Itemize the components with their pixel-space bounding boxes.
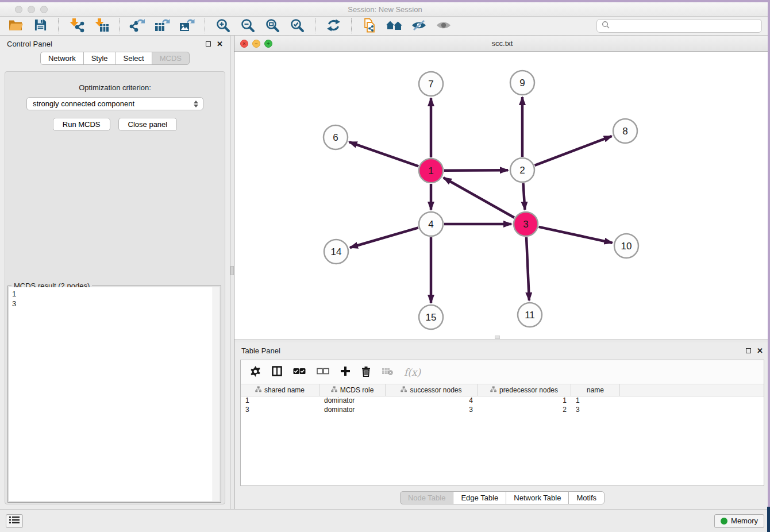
- session-list-button[interactable]: [6, 514, 23, 528]
- network-zoom-icon[interactable]: +: [264, 40, 272, 48]
- status-bar: Memory: [0, 509, 770, 532]
- mcds-result-item[interactable]: 1: [12, 289, 210, 299]
- close-panel-button[interactable]: Close panel: [118, 118, 178, 131]
- mcds-result-list[interactable]: 13: [9, 287, 213, 501]
- table-cell[interactable]: 3: [386, 406, 478, 415]
- add-row-button[interactable]: [340, 364, 351, 381]
- column-header-name[interactable]: name: [571, 384, 620, 396]
- zoom-selected-icon: [290, 18, 305, 34]
- deselect-all-button[interactable]: [317, 364, 329, 381]
- table-cell[interactable]: 4: [386, 396, 478, 406]
- minimize-window-icon[interactable]: [28, 6, 35, 13]
- column-header-successor-nodes[interactable]: successor nodes: [386, 384, 478, 396]
- save-session-button[interactable]: [30, 17, 50, 34]
- tab-network-table[interactable]: Network Table: [506, 491, 569, 504]
- clone-network-button[interactable]: [360, 17, 379, 34]
- table-cell[interactable]: 3: [241, 406, 319, 415]
- plus-icon: [340, 366, 351, 378]
- export-table-button[interactable]: [152, 17, 172, 34]
- graph-edge-1-2[interactable]: [444, 170, 508, 171]
- table-cell[interactable]: dominator: [319, 396, 386, 406]
- search-field[interactable]: [596, 19, 762, 33]
- network-titlebar: × − + scc.txt: [234, 36, 770, 52]
- graph-edge-2-8[interactable]: [535, 136, 612, 165]
- main-area: Control Panel ✕ NetworkStyleSelectMCDS O…: [0, 36, 770, 509]
- delete-row-button[interactable]: [361, 364, 371, 381]
- zoom-out-button[interactable]: [238, 17, 257, 34]
- tab-node-table[interactable]: Node Table: [400, 491, 454, 504]
- canvas-grip[interactable]: [495, 336, 500, 339]
- function-builder-button[interactable]: f(x): [404, 364, 421, 381]
- refresh-icon: [326, 18, 341, 34]
- close-window-icon[interactable]: [15, 6, 22, 13]
- graph-edge-3-10[interactable]: [538, 227, 612, 243]
- tab-style[interactable]: Style: [83, 52, 116, 65]
- graph-edge-3-1[interactable]: [444, 178, 514, 217]
- delete-table-button[interactable]: [382, 364, 393, 381]
- graph-node-label: 4: [428, 219, 433, 230]
- control-panel-tabs: NetworkStyleSelectMCDS: [0, 52, 230, 65]
- graph-edge-4-14[interactable]: [350, 228, 418, 248]
- open-file-button[interactable]: [6, 17, 25, 34]
- table-row[interactable]: 1dominator411: [241, 396, 764, 406]
- tab-select[interactable]: Select: [116, 52, 152, 65]
- table-cell[interactable]: 2: [478, 406, 571, 415]
- unchecked-boxes-icon: [317, 368, 329, 376]
- mcds-result-item[interactable]: 3: [12, 299, 210, 309]
- column-header-predecessor-nodes[interactable]: predecessor nodes: [478, 384, 571, 396]
- tab-mcds[interactable]: MCDS: [152, 52, 190, 65]
- network-minimize-icon[interactable]: −: [252, 40, 260, 48]
- first-neighbors-button[interactable]: [384, 17, 404, 34]
- column-header-mcds-role[interactable]: MCDS role: [319, 384, 386, 396]
- network-close-icon[interactable]: ×: [240, 40, 248, 48]
- graph-node-label: 10: [621, 241, 632, 252]
- table-cell[interactable]: 1: [241, 396, 319, 406]
- toolbar-separator: [351, 18, 352, 33]
- show-all-button[interactable]: [434, 17, 453, 34]
- search-input[interactable]: [613, 22, 757, 30]
- attribute-icon: [255, 386, 261, 394]
- splitter-grip[interactable]: [230, 266, 234, 275]
- desktop-edge-right: [768, 0, 770, 507]
- run-mcds-button[interactable]: Run MCDS: [53, 118, 110, 131]
- table-row[interactable]: 3dominator323: [241, 406, 764, 415]
- graph-edge-2-3[interactable]: [523, 183, 525, 210]
- close-table-panel-icon[interactable]: ✕: [757, 347, 763, 354]
- table-cell[interactable]: 1: [478, 396, 571, 406]
- vertical-splitter[interactable]: [230, 36, 234, 509]
- tab-motifs[interactable]: Motifs: [568, 491, 605, 504]
- result-scrollbar[interactable]: [213, 287, 220, 501]
- float-table-panel-icon[interactable]: [746, 348, 751, 353]
- column-header-shared-name[interactable]: shared name: [241, 384, 319, 396]
- refresh-layout-button[interactable]: [324, 17, 343, 34]
- hide-selected-button[interactable]: [409, 17, 429, 34]
- attribute-icon: [401, 386, 407, 394]
- tab-edge-table[interactable]: Edge Table: [453, 491, 506, 504]
- table-settings-button[interactable]: [250, 364, 261, 381]
- import-table-button[interactable]: [91, 17, 111, 34]
- network-graph[interactable]: 7968124314101511: [234, 52, 770, 340]
- zoom-in-button[interactable]: [213, 17, 233, 34]
- table-panel-title: Table Panel: [241, 346, 280, 355]
- export-image-button[interactable]: [177, 17, 197, 34]
- float-panel-icon[interactable]: [206, 41, 211, 47]
- toolbar-separator: [315, 18, 315, 33]
- network-canvas[interactable]: 7968124314101511: [234, 52, 770, 340]
- table-cell[interactable]: dominator: [319, 406, 386, 415]
- import-network-button[interactable]: [67, 17, 86, 34]
- split-panel-button[interactable]: [272, 364, 282, 381]
- graph-edge-3-11[interactable]: [526, 237, 529, 300]
- control-panel-title: Control Panel: [7, 40, 52, 48]
- table-cell[interactable]: 3: [571, 406, 620, 415]
- zoom-selected-button[interactable]: [287, 17, 307, 34]
- tab-network[interactable]: Network: [40, 52, 84, 65]
- export-network-button[interactable]: [128, 17, 147, 34]
- memory-button[interactable]: Memory: [714, 514, 764, 528]
- close-panel-icon[interactable]: ✕: [217, 40, 223, 48]
- graph-edge-1-6[interactable]: [349, 142, 419, 166]
- criterion-dropdown[interactable]: strongly connected component: [26, 97, 203, 110]
- table-cell[interactable]: 1: [571, 396, 620, 406]
- select-all-button[interactable]: [293, 364, 306, 381]
- zoom-fit-button[interactable]: [263, 17, 282, 34]
- zoom-window-icon[interactable]: [40, 6, 48, 13]
